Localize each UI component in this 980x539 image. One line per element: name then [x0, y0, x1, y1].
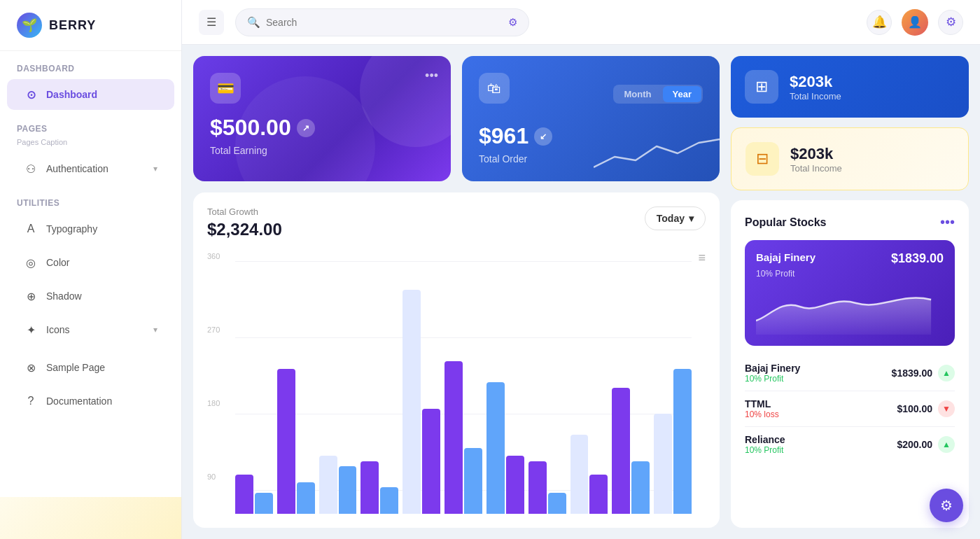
- sidebar-item-icons[interactable]: ✦ Icons ▾: [7, 314, 174, 345]
- bar-group-9: [570, 251, 608, 514]
- menu-button[interactable]: ☰: [199, 10, 224, 35]
- featured-stock-chart: [756, 286, 944, 335]
- notification-button[interactable]: 🔔: [867, 10, 892, 35]
- search-input[interactable]: [266, 17, 503, 28]
- logo-icon: 🌱: [17, 13, 42, 38]
- y-label-360: 360: [207, 252, 220, 260]
- search-icon: 🔍: [247, 16, 260, 29]
- bar-10b: [631, 461, 650, 514]
- stock-ttml-name: TTML: [745, 398, 779, 410]
- tab-month[interactable]: Month: [615, 86, 662, 102]
- stock-reliance-price: $200.00: [897, 439, 932, 450]
- bar-1b: [255, 493, 273, 514]
- stock-ttml-right: $100.00 ▼: [897, 400, 955, 417]
- header-right: 🔔 👤 ⚙: [867, 9, 963, 36]
- bar-group-8: [528, 251, 566, 514]
- today-button[interactable]: Today ▾: [645, 206, 706, 230]
- bar-9a: [570, 435, 589, 514]
- sidebar-item-sample-page[interactable]: ⊗ Sample Page: [7, 352, 174, 383]
- settings-button[interactable]: ⚙: [938, 10, 963, 35]
- y-axis: 360 270 180 90: [207, 251, 232, 514]
- content-right: ⊞ $203k Total Income ⊟ $203k Total Incom…: [731, 56, 969, 528]
- sidebar-item-documentation[interactable]: ? Documentation: [7, 386, 174, 416]
- bars-container: [235, 251, 692, 514]
- bar-3b: [339, 466, 357, 514]
- bar-4a: [360, 461, 379, 514]
- bell-icon: 🔔: [872, 15, 887, 29]
- documentation-icon: ?: [24, 394, 38, 408]
- sidebar-item-typography[interactable]: A Typography: [7, 214, 174, 244]
- stocks-more-button[interactable]: •••: [940, 214, 955, 230]
- icons-icon: ✦: [24, 323, 38, 337]
- pages-caption: Pages Caption: [0, 138, 181, 152]
- shadow-icon: ⊕: [24, 289, 38, 303]
- stock-featured-top: Bajaj Finery $1839.00: [756, 251, 944, 266]
- sidebar-item-authentication-label: Authentication: [46, 163, 108, 174]
- avatar[interactable]: 👤: [902, 9, 928, 36]
- bar-group-5: [402, 251, 440, 514]
- authentication-icon: ⚇: [24, 162, 38, 176]
- income-yellow-label: Total Income: [790, 163, 842, 174]
- income-blue-amount: $203k: [790, 73, 841, 91]
- content-left: 💳 ••• $500.00 ↗ Total Earning 🛍 Month Ye: [193, 56, 720, 528]
- chart-menu-icon[interactable]: ≡: [698, 251, 706, 265]
- header: ☰ 🔍 ⚙ 🔔 👤 ⚙: [182, 0, 980, 45]
- fab-button[interactable]: ⚙: [930, 489, 963, 522]
- card-earning: 💳 ••• $500.00 ↗ Total Earning: [193, 56, 451, 181]
- featured-stock-name: Bajaj Finery: [756, 251, 816, 263]
- bar-6a: [444, 361, 463, 514]
- order-card-icon: 🛍: [479, 73, 510, 104]
- sidebar-item-documentation-label: Documentation: [46, 396, 112, 407]
- y-label-90: 90: [207, 472, 216, 481]
- sidebar-item-dashboard[interactable]: ⊙ Dashboard: [7, 79, 174, 110]
- stocks-card: Popular Stocks ••• Bajaj Finery $1839.00…: [731, 200, 969, 528]
- search-bar[interactable]: 🔍 ⚙: [235, 8, 529, 36]
- bar-group-1: [235, 251, 273, 514]
- bar-group-2: [277, 251, 315, 514]
- gear-icon: ⚙: [946, 15, 956, 29]
- stock-row-reliance-info: Reliance 10% Profit: [745, 434, 785, 455]
- sidebar-item-dashboard-label: Dashboard: [46, 89, 97, 100]
- card-order-top: 🛍 Month Year: [479, 73, 703, 115]
- stock-bajaj-profit: 10% Profit: [745, 374, 800, 384]
- order-trend-icon: ↙: [534, 127, 552, 146]
- top-cards: 💳 ••• $500.00 ↗ Total Earning 🛍 Month Ye: [193, 56, 720, 181]
- chevron-down-icon-icons: ▾: [153, 325, 158, 335]
- chart-title: Total Growth: [207, 206, 282, 217]
- sidebar-item-authentication[interactable]: ⚇ Authentication ▾: [7, 153, 174, 184]
- bar-11b: [673, 369, 692, 514]
- income-card-yellow: ⊟ $203k Total Income: [731, 127, 969, 190]
- dashboard-section-label: Dashboard: [0, 51, 181, 78]
- bar-10a: [612, 388, 630, 514]
- stock-reliance-profit: 10% Profit: [745, 445, 785, 455]
- stock-row-reliance: Reliance 10% Profit $200.00 ▲: [745, 427, 955, 462]
- stock-row-bajaj-info: Bajaj Finery 10% Profit: [745, 363, 800, 384]
- sidebar-item-sample-page-label: Sample Page: [46, 362, 105, 373]
- earning-label: Total Earning: [210, 145, 434, 156]
- bar-4b: [380, 487, 398, 514]
- bar-1a: [235, 475, 253, 514]
- income-yellow-icon: ⊟: [746, 142, 779, 176]
- stock-bajaj-price: $1839.00: [892, 368, 932, 379]
- stock-row-ttml: TTML 10% loss $100.00 ▼: [745, 391, 955, 427]
- earning-card-menu[interactable]: •••: [425, 69, 438, 83]
- sidebar-item-shadow[interactable]: ⊕ Shadow: [7, 281, 174, 312]
- dropdown-icon: ▾: [689, 213, 694, 224]
- tab-year[interactable]: Year: [663, 86, 701, 102]
- bar-11a: [654, 414, 672, 514]
- income-blue-icon: ⊞: [745, 70, 778, 104]
- bar-5a: [402, 290, 421, 514]
- bar-7b: [506, 456, 524, 514]
- income-yellow-info: $203k Total Income: [790, 145, 842, 174]
- featured-stock-price: $1839.00: [891, 251, 944, 266]
- bar-9b: [589, 475, 608, 514]
- logo-text: BERRY: [49, 18, 96, 33]
- stock-row-ttml-info: TTML 10% loss: [745, 398, 779, 419]
- period-tab-group: Month Year: [613, 85, 703, 104]
- stock-bajaj-trend-icon: ▲: [938, 365, 955, 382]
- stock-ttml-price: $100.00: [897, 403, 932, 414]
- main-area: ☰ 🔍 ⚙ 🔔 👤 ⚙ 💳: [182, 0, 980, 539]
- sidebar-item-color[interactable]: ◎ Color: [7, 247, 174, 278]
- content: 💳 ••• $500.00 ↗ Total Earning 🛍 Month Ye: [182, 45, 980, 539]
- logo: 🌱 BERRY: [0, 0, 181, 51]
